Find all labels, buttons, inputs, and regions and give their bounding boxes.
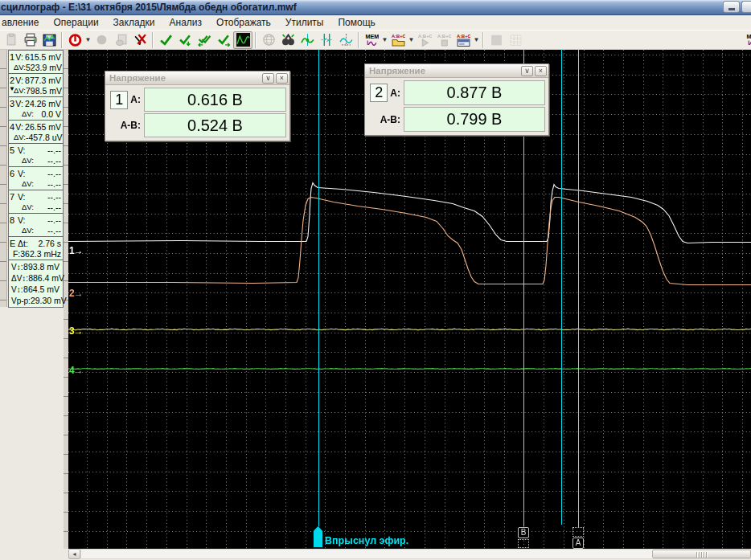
- v-label: V:: [18, 169, 31, 178]
- channel-number: 8: [10, 215, 18, 225]
- voltage-a-value: 0.616 В: [144, 88, 286, 112]
- channel-4-readout[interactable]: 4V:26.55 mVΔV:-457.8 uV: [9, 121, 63, 144]
- memory-button[interactable]: МЕМ: [362, 31, 381, 49]
- voltage-panel-2-titlebar[interactable]: Напряжение ∨ ×: [365, 64, 548, 78]
- voltage-panel-2-title: Напряжение: [369, 66, 519, 76]
- panel-dropdown-icon[interactable]: ∨: [262, 73, 274, 84]
- measure-label: Vp-p:: [11, 296, 31, 305]
- dv-label: ΔV:: [18, 179, 35, 188]
- trace-1-label[interactable]: 1→: [69, 245, 83, 256]
- e-label: E: [10, 239, 18, 248]
- svg-text:МЕМ: МЕМ: [365, 33, 378, 40]
- channel-number: 4: [10, 122, 15, 132]
- oscillogram-view-icon: [236, 33, 250, 47]
- scrollbar-track[interactable]: [80, 549, 751, 559]
- measure-value: 893.8 mV: [23, 262, 60, 272]
- cursor-measure-button[interactable]: [317, 31, 336, 49]
- clipboard-icon: [4, 33, 18, 47]
- voltage-a-value: 0.877 В: [404, 80, 545, 105]
- marker-b[interactable]: B: [518, 527, 529, 548]
- main-cursor-line[interactable]: [318, 50, 319, 526]
- svg-text:А:В+С: А:В+С: [437, 34, 451, 39]
- window-titlebar[interactable]: сциллограф - E:\31 октября 2015\Лямбда о…: [0, 0, 751, 15]
- script-panel-button[interactable]: А:В+С: [453, 31, 473, 49]
- f-label: F:: [13, 249, 20, 259]
- amplitude-measures[interactable]: V↕:893.8 mVΔV↕:886.4 mVV↕:864.5 mVVp-p:2…: [9, 260, 63, 307]
- channel-7-readout[interactable]: 7V:--.--ΔV:--.--: [9, 190, 63, 214]
- script-stop-button: А:В+С: [434, 31, 453, 49]
- dv-label: ΔV:: [10, 133, 26, 141]
- panel-close-icon[interactable]: ×: [276, 73, 288, 84]
- measure-label: V↕:: [11, 263, 23, 272]
- cursor-a-line[interactable]: [578, 50, 579, 527]
- marker-a[interactable]: A: [572, 527, 584, 549]
- annotation-text: Впрыснул эфир.: [325, 535, 408, 546]
- scroll-left-button[interactable]: ◂: [68, 549, 80, 559]
- menu-item-1[interactable]: Операции: [46, 16, 105, 30]
- script-panel-dropdown-icon[interactable]: ▼: [473, 31, 480, 49]
- search-button[interactable]: [278, 31, 298, 49]
- channel-6-readout[interactable]: 6V:--.--ΔV:--.--: [9, 167, 63, 190]
- svg-text:А:В+С: А:В+С: [392, 34, 405, 39]
- save-oscillogram-button[interactable]: [39, 31, 59, 49]
- menu-item-6[interactable]: Помощь: [330, 16, 382, 30]
- toolbar-separator: [482, 32, 484, 48]
- v-value: 877.3 mV: [25, 76, 61, 85]
- channel-2-readout[interactable]: 2V:877.3 mVΔV:798.5 mV▼: [9, 74, 63, 97]
- script-open-dropdown-icon[interactable]: ▼: [408, 31, 415, 49]
- channel-sidebar: 1V:615.5 mVΔV:523.9 mV2V:877.3 mVΔV:798.…: [8, 50, 64, 308]
- menu-item-2[interactable]: Закладки: [106, 16, 162, 30]
- dv-value: 798.5 mV: [26, 86, 62, 96]
- maximize-button[interactable]: [741, 1, 751, 13]
- wave-marker-button[interactable]: [298, 31, 317, 49]
- voltage-ab-value: 0.799 В: [404, 107, 545, 132]
- oscillogram-view-button[interactable]: [233, 31, 252, 49]
- search-icon: [281, 33, 295, 47]
- scrollbar-thumb[interactable]: [652, 550, 751, 558]
- horizontal-scrollbar[interactable]: ◂: [0, 549, 751, 560]
- minimize-button[interactable]: [723, 1, 740, 13]
- channel-1-readout[interactable]: 1V:615.5 mVΔV:523.9 mV: [9, 51, 63, 74]
- v-label: V:: [18, 145, 31, 155]
- menu-item-4[interactable]: Отображать: [209, 16, 278, 30]
- device-power-icon: [68, 33, 82, 47]
- time-frequency-readout[interactable]: EΔt:2.76 sF:362.3 mHz: [9, 237, 63, 260]
- wave-cursor-button[interactable]: [336, 31, 355, 49]
- marker-set-down-button[interactable]: [175, 31, 195, 49]
- memory-dropdown-icon[interactable]: ▼: [381, 31, 388, 49]
- dv-label: ΔV:: [18, 226, 35, 235]
- script-panel-icon: А:В+С: [457, 33, 470, 47]
- menu-item-3[interactable]: Анализ: [162, 16, 210, 30]
- delete-marker-button[interactable]: [130, 31, 150, 49]
- channel-number-badge: 1: [110, 91, 128, 109]
- marker-next-button[interactable]: [214, 31, 233, 49]
- script-open-button[interactable]: А:В+С: [388, 31, 408, 49]
- channel-number: 1: [10, 52, 15, 62]
- device-power-dropdown-icon[interactable]: ▼: [84, 31, 92, 49]
- print-button[interactable]: [20, 31, 39, 49]
- menu-item-5[interactable]: Утилиты: [278, 16, 331, 30]
- cursor-2-line[interactable]: [561, 50, 562, 525]
- menu-item-0[interactable]: авление: [0, 16, 46, 30]
- trace-2-label[interactable]: 2→: [69, 288, 83, 299]
- overview-icon: [262, 33, 276, 47]
- memory-icon: МЕМ: [365, 33, 379, 47]
- measure-value: 29.30 mV: [31, 296, 67, 305]
- marker-set-button[interactable]: [156, 31, 175, 49]
- v-value: --.--: [31, 145, 61, 155]
- panel-dropdown-icon[interactable]: ∨: [521, 66, 533, 76]
- toolbar-separator: [255, 32, 256, 48]
- voltage-panel-1[interactable]: Напряжение ∨ × 1A: 0.616 В А-В: 0.524 В: [105, 71, 290, 141]
- trace-4-label[interactable]: 4→: [69, 365, 83, 376]
- v-value: 26.55 mV: [25, 122, 61, 132]
- device-power-button[interactable]: [65, 31, 84, 49]
- voltage-panel-1-titlebar[interactable]: Напряжение ∨ ×: [105, 72, 289, 85]
- channel-8-readout[interactable]: 8V:--.--ΔV:--.--: [9, 214, 63, 237]
- panel-close-icon[interactable]: ×: [535, 66, 547, 76]
- marker-prev-icon: [198, 33, 211, 47]
- voltage-panel-2[interactable]: Напряжение ∨ × 2A: 0.877 В А-В: 0.799 В: [364, 63, 549, 136]
- channel-3-readout[interactable]: 3V:24.26 mVΔV:0.0 V: [9, 97, 63, 121]
- trace-3-label[interactable]: 3→: [69, 325, 83, 337]
- marker-prev-button[interactable]: [195, 31, 214, 49]
- channel-5-readout[interactable]: 5V:--.--ΔV:--.--: [9, 144, 63, 167]
